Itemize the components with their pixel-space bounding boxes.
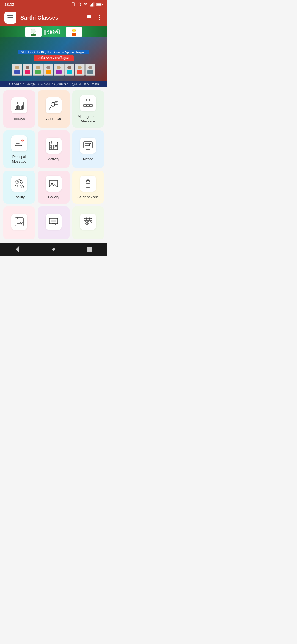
phone-icon (71, 2, 75, 7)
nav-back-button[interactable] (14, 245, 22, 253)
svg-rect-9 (102, 4, 103, 5)
status-bar: 12:12 (0, 0, 107, 9)
banner-address: અક્ષરધામ સોસા. નવજીવન રેસ્ટોરન્ટની સામે,… (0, 81, 107, 87)
todays-label: Todays (13, 117, 25, 121)
svg-rect-68 (51, 147, 52, 148)
banner: || સારથી || Std. J.K.G. To 10°, Sci. / C… (0, 26, 107, 87)
svg-rect-80 (50, 180, 58, 187)
svg-rect-24 (46, 70, 51, 74)
svg-rect-28 (67, 70, 72, 74)
menu-item-gallery[interactable]: Gallery (38, 171, 69, 204)
svg-point-105 (52, 248, 55, 251)
menu-item-activity[interactable]: Activity (38, 130, 69, 168)
notification-button[interactable] (86, 14, 92, 21)
svg-rect-100 (85, 222, 86, 223)
activity-icon-box (46, 138, 62, 154)
battery-icon (96, 2, 103, 6)
todays-icon-box (11, 97, 27, 113)
svg-rect-30 (77, 70, 82, 74)
svg-rect-32 (87, 70, 93, 74)
svg-rect-38 (19, 105, 20, 107)
principal-icon-box: 1 (11, 135, 27, 151)
svg-point-31 (88, 66, 92, 69)
svg-point-21 (36, 66, 40, 69)
management-icon-box (80, 95, 96, 111)
menu-item-facility[interactable]: Facility (3, 171, 35, 204)
menu-item-notice[interactable]: Notice (72, 130, 104, 168)
bell-icon (86, 14, 92, 21)
banner-year: વર્ષ ૨૦૧૭ ના પરિણામ (34, 55, 74, 61)
svg-rect-70 (84, 142, 92, 148)
more-options-button[interactable] (96, 14, 103, 21)
menu-item-student-zone[interactable]: Student Zone (72, 171, 104, 204)
svg-rect-66 (53, 145, 54, 146)
svg-rect-48 (84, 104, 86, 107)
svg-rect-101 (87, 222, 89, 223)
menu-item-management-message[interactable]: ManagementMessage (72, 90, 104, 128)
nav-home-button[interactable] (50, 245, 57, 253)
banner-subtext: Std. J.K.G. To 10°, Sci. / Com. & Spoken… (18, 50, 89, 54)
svg-point-13 (31, 29, 35, 33)
svg-point-45 (56, 103, 56, 103)
calendar-grid2-icon (83, 217, 93, 227)
about-us-label: About Us (46, 117, 61, 121)
menu-grid: Todays About Us ManagementMessage 1 Prin… (0, 87, 107, 243)
row4-1-icon-box (11, 214, 27, 230)
svg-rect-16 (72, 33, 76, 36)
svg-rect-6 (94, 2, 94, 6)
banner-logo: || સારથી || (44, 29, 64, 35)
svg-point-11 (99, 17, 100, 18)
svg-text:1: 1 (22, 140, 23, 142)
menu-button[interactable] (4, 12, 16, 24)
svg-point-29 (78, 66, 82, 69)
svg-rect-44 (55, 102, 58, 104)
svg-rect-104 (87, 224, 89, 225)
svg-point-10 (99, 15, 100, 16)
menu-item-row4-3[interactable] (72, 206, 104, 239)
menu-item-todays[interactable]: Todays (3, 90, 35, 128)
svg-point-25 (57, 66, 61, 69)
svg-point-19 (26, 66, 29, 69)
facility-icon-box (11, 176, 27, 192)
message-badge-icon: 1 (14, 138, 24, 148)
person-speech-icon (49, 100, 59, 110)
svg-rect-3 (90, 5, 91, 7)
app-bar: Sarthi Classes (0, 9, 107, 26)
computer-icon (49, 217, 59, 227)
status-time: 12:12 (4, 2, 14, 7)
svg-rect-49 (87, 104, 89, 107)
banner-content: || સારથી || Std. J.K.G. To 10°, Sci. / C… (0, 26, 107, 87)
more-icon (96, 14, 103, 21)
nav-bar (0, 243, 107, 256)
menu-item-row4-1[interactable] (3, 206, 35, 239)
svg-point-17 (15, 66, 19, 69)
back-icon (14, 245, 22, 253)
svg-line-76 (89, 143, 91, 145)
svg-rect-95 (51, 220, 56, 222)
calendar-grid-icon (14, 100, 24, 110)
menu-item-row4-2[interactable] (38, 206, 69, 239)
svg-rect-67 (55, 145, 57, 146)
menu-item-about-us[interactable]: About Us (38, 90, 69, 128)
checklist-icon (14, 217, 24, 227)
gallery-icon-box (46, 176, 62, 192)
notice-icon-box (80, 138, 96, 154)
image-icon (49, 179, 59, 189)
principal-label: PrincipalMessage (12, 155, 26, 164)
home-circle-icon (50, 245, 57, 253)
student-zone-label: Student Zone (77, 195, 99, 200)
svg-rect-4 (91, 4, 92, 7)
menu-line3 (7, 20, 13, 20)
svg-rect-47 (87, 99, 89, 101)
nav-recent-button[interactable] (86, 245, 93, 253)
recent-icon (86, 245, 93, 253)
svg-rect-103 (85, 224, 86, 225)
svg-rect-42 (21, 107, 23, 109)
menu-item-principal-message[interactable]: 1 PrincipalMessage (3, 130, 35, 168)
gallery-label: Gallery (48, 195, 59, 200)
calendar2-icon (49, 141, 59, 151)
svg-point-78 (20, 181, 23, 183)
svg-rect-1 (72, 3, 74, 6)
svg-rect-102 (90, 222, 91, 223)
student-icon (83, 179, 93, 189)
